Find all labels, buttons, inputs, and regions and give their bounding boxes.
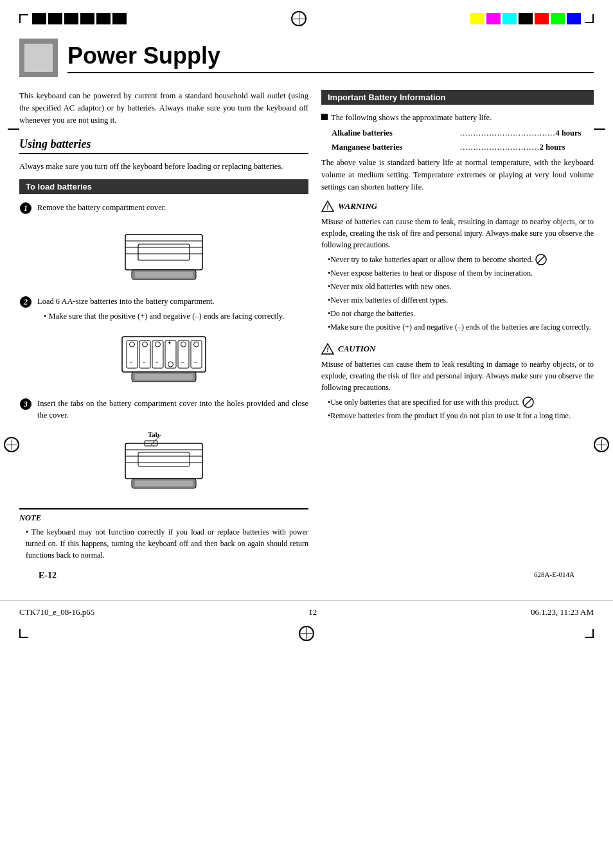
- battery-life-table: Alkaline batteries .....................…: [332, 127, 594, 154]
- caution-body: Misuse of batteries can cause them to le…: [321, 359, 594, 421]
- bottom-right-marks: [585, 626, 594, 641]
- alkaline-label: Alkaline batteries: [332, 127, 460, 139]
- warning-list: Never try to take batteries apart or all…: [321, 254, 594, 333]
- bottom-left-marks: [19, 626, 28, 641]
- battery-intro-text: The following shows the approximate batt…: [331, 111, 492, 124]
- warning-item-3: Never mix old batteries with new ones.: [328, 281, 594, 292]
- manganese-hours: 2 hours: [540, 141, 565, 154]
- black-bar-5: [96, 13, 111, 24]
- caution-list: Use only batteries that are specified fo…: [321, 396, 594, 421]
- caution-triangle-icon: !: [321, 343, 334, 355]
- step-2: 2 Load 6 AA-size batteries into the batt…: [19, 296, 308, 323]
- manganese-label: Manganese batteries: [332, 141, 460, 154]
- bottom-center-reg: [299, 626, 314, 641]
- color-bar-yellow: [470, 13, 484, 24]
- using-batteries-heading: Using batteries: [19, 137, 308, 154]
- top-left-marks: [19, 13, 127, 24]
- chapter-header: Power Supply: [19, 39, 594, 77]
- warning-section: ! WARNING Misuse of batteries can cause …: [321, 200, 594, 333]
- svg-rect-40: [138, 452, 190, 466]
- color-bar-green: [551, 13, 565, 24]
- black-bar-1: [32, 13, 46, 24]
- step-2-text: Load 6 AA-size batteries into the batter…: [37, 296, 308, 308]
- caution-item-1: Use only batteries that are specified fo…: [328, 396, 594, 408]
- svg-text:−: −: [181, 360, 184, 366]
- warning-item-1: Never try to take batteries apart or all…: [328, 254, 594, 265]
- left-margin-mark-top: [8, 128, 19, 130]
- color-bar-black: [519, 13, 533, 24]
- battery-info-section: The following shows the approximate batt…: [321, 111, 594, 193]
- note-text: The keyboard may not function correctly …: [19, 526, 308, 561]
- caution-label: CAUTION: [338, 344, 376, 354]
- page-number-text: E-12: [39, 571, 57, 580]
- corner-mark-tr: [585, 14, 594, 23]
- black-bar-3: [64, 13, 78, 24]
- note-text-item: The keyboard may not function correctly …: [26, 526, 308, 561]
- center-registration-mark: [291, 11, 306, 26]
- black-bar-6: [112, 13, 127, 24]
- corner-mark-tl: [19, 14, 28, 23]
- warning-item-4: Never mix batteries of different types.: [328, 294, 594, 306]
- step-3: 3 Insert the tabs on the battery compart…: [19, 398, 308, 425]
- diagram-battery-cover: [19, 225, 308, 286]
- main-two-col: This keyboard can be powered by current …: [19, 90, 594, 561]
- note-box: NOTE The keyboard may not function corre…: [19, 508, 308, 561]
- svg-rect-42: [135, 481, 193, 486]
- svg-point-16: [143, 342, 148, 347]
- tab-svg: [112, 432, 215, 496]
- svg-text:−: −: [194, 360, 197, 366]
- load-batteries-section-title: To load batteries: [19, 179, 308, 194]
- svg-text:2: 2: [23, 297, 28, 306]
- step-1-num: 1: [19, 202, 32, 217]
- svg-point-23: [168, 362, 173, 367]
- svg-rect-6: [138, 244, 190, 260]
- corner-mark-br: [585, 629, 594, 638]
- footer-left: CTK710_e_08-16.p65: [19, 607, 94, 617]
- svg-text:+: +: [168, 340, 171, 346]
- tab-label: Tab: [148, 430, 159, 438]
- svg-rect-35: [125, 443, 202, 479]
- bottom-border-marks: [0, 623, 613, 644]
- note-label: NOTE: [19, 513, 308, 523]
- svg-text:−: −: [155, 360, 159, 366]
- color-bar-cyan: [502, 13, 517, 24]
- top-right-marks: [470, 13, 594, 24]
- caution-header: ! CAUTION: [321, 343, 594, 355]
- warning-triangle-icon: !: [321, 200, 334, 212]
- step-1-content: Remove the battery compartment cover.: [37, 202, 308, 217]
- svg-rect-31: [135, 374, 193, 380]
- no-symbol-icon-1: [535, 254, 547, 265]
- important-battery-heading: Important Battery Information: [321, 90, 594, 105]
- battery-intro-line: The following shows the approximate batt…: [321, 111, 594, 124]
- right-reg-circle: [594, 437, 609, 452]
- batteries-svg: − − − + −: [112, 330, 215, 388]
- chapter-icon-inner: [24, 44, 53, 72]
- svg-text:1: 1: [24, 204, 28, 213]
- warning-item-6: Make sure the positive (+) and negative …: [328, 321, 594, 333]
- warning-item-5: Do not charge the batteries.: [328, 308, 594, 319]
- left-column: This keyboard can be powered by current …: [19, 90, 308, 561]
- svg-text:!: !: [326, 204, 329, 211]
- right-margin-mark-top: [594, 128, 605, 130]
- warning-text: Misuse of batteries can cause them to le…: [321, 216, 594, 251]
- color-bar-magenta: [486, 13, 501, 24]
- step-3-text: Insert the tabs on the battery compartme…: [37, 398, 308, 422]
- svg-text:−: −: [143, 360, 146, 366]
- chapter-icon: [19, 39, 58, 77]
- black-bar-4: [80, 13, 94, 24]
- tab-diagram-wrapper: Tab: [112, 432, 215, 499]
- svg-point-19: [155, 342, 161, 347]
- svg-rect-11: [122, 337, 206, 372]
- black-bars-left: [32, 13, 127, 24]
- step-2-content: Load 6 AA-size batteries into the batter…: [37, 296, 308, 323]
- corner-mark-bl: [19, 629, 28, 638]
- battery-value-text: The above value is standard battery life…: [321, 157, 594, 193]
- using-batteries-intro: Always make sure you turn off the keyboa…: [19, 161, 308, 173]
- caution-section: ! CAUTION Misuse of batteries can cause …: [321, 343, 594, 421]
- warning-header: ! WARNING: [321, 200, 594, 212]
- manganese-dots: ..............................: [460, 141, 540, 154]
- step-3-content: Insert the tabs on the battery compartme…: [37, 398, 308, 425]
- diagram-tab: Tab: [19, 432, 308, 499]
- color-bar-blue: [567, 13, 581, 24]
- no-symbol-icon-2: [522, 396, 534, 408]
